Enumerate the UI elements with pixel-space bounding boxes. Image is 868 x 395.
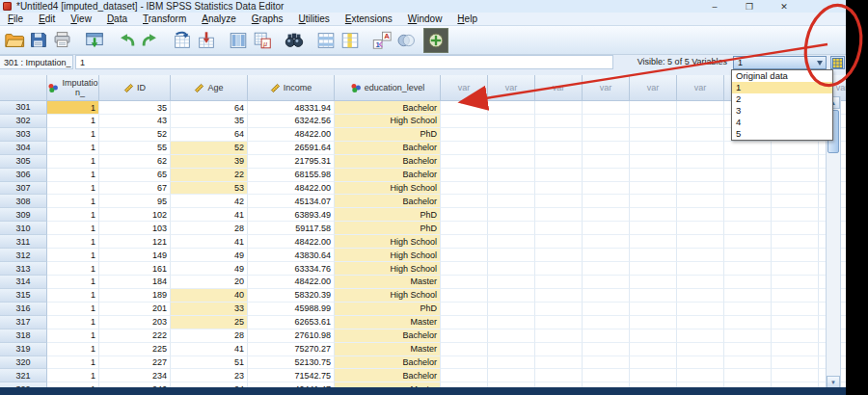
cell-income[interactable]: 45988.99 [248,303,335,316]
insert-variable-button[interactable] [338,28,362,52]
cell-age[interactable]: 41 [171,235,248,249]
row-header-303[interactable]: 303 [0,128,47,142]
save-button[interactable] [26,28,50,52]
row-header-315[interactable]: 315 [0,289,47,303]
cell-id[interactable]: 52 [99,128,171,142]
variables-button[interactable] [226,28,250,52]
cell-var-empty[interactable] [535,115,583,128]
menu-help[interactable]: Help [449,13,485,24]
grid-corner-cell[interactable] [0,75,47,101]
cell-age[interactable]: 23 [171,369,248,382]
cell-age[interactable]: 28 [171,222,248,235]
cell-imputation[interactable]: 1 [47,235,99,249]
cell-imputation[interactable]: 1 [47,356,99,370]
cell-income[interactable]: 45134.07 [248,195,335,208]
cell-imputation[interactable]: 1 [47,329,99,343]
row-header-314[interactable]: 314 [0,276,47,289]
cell-age[interactable]: 39 [171,155,248,169]
cell-id[interactable]: 149 [99,249,171,262]
column-header-var[interactable]: var [441,75,488,101]
row-header-320[interactable]: 320 [0,356,47,370]
menu-view[interactable]: View [63,13,99,24]
cell-var-empty[interactable] [441,289,488,303]
cell-age[interactable]: 22 [171,169,248,182]
cell-var-empty[interactable] [583,115,630,128]
imputation-option-2[interactable]: 2 [732,93,832,105]
cell-id[interactable]: 121 [99,235,171,249]
menu-file[interactable]: File [0,13,31,24]
cell-age[interactable]: 49 [171,249,248,262]
cell-id[interactable]: 102 [99,208,171,222]
undo-button[interactable] [114,28,138,52]
cell-education[interactable]: High School [335,235,441,249]
cell-var-empty[interactable] [441,208,488,222]
cell-var-empty[interactable] [441,249,488,262]
cell-education[interactable]: Bachelor [335,155,441,169]
cell-income[interactable]: 58320.39 [248,289,335,303]
cell-var-empty[interactable] [488,169,535,182]
cell-var-empty[interactable] [630,235,677,249]
column-header-age[interactable]: Age [171,75,248,101]
cell-var-empty[interactable] [583,142,630,155]
cell-var-empty[interactable] [677,249,724,262]
cell-imputation[interactable]: 1 [47,276,99,289]
cell-education[interactable]: High School [335,182,441,196]
cell-var-empty[interactable] [583,101,630,115]
cell-var-empty[interactable] [441,222,488,235]
minimize-button[interactable]: – [709,2,720,12]
cell-var-empty[interactable] [583,343,630,356]
cell-var-empty[interactable] [724,316,772,329]
cell-age[interactable]: 52 [171,142,248,155]
cell-var-empty[interactable] [724,329,772,343]
cell-var-empty[interactable] [772,208,819,222]
cell-var-empty[interactable] [488,115,535,128]
cell-age[interactable]: 64 [171,128,248,142]
cell-var-empty[interactable] [724,303,772,316]
cell-education[interactable]: Bachelor [335,329,441,343]
cell-imputation[interactable]: 1 [47,155,99,169]
cell-var-empty[interactable] [677,356,724,370]
cell-education[interactable]: PhD [335,303,441,316]
cell-income[interactable]: 63893.49 [248,208,335,222]
cell-id[interactable]: 184 [99,276,171,289]
cell-imputation[interactable]: 1 [47,303,99,316]
cell-id[interactable]: 222 [99,329,171,343]
cell-education[interactable]: Master [335,316,441,329]
cell-var-empty[interactable] [677,303,724,316]
cell-var-empty[interactable] [535,142,583,155]
cell-var-empty[interactable] [677,289,724,303]
column-header-var[interactable]: var [488,75,535,101]
cell-var-empty[interactable] [677,262,724,276]
cell-var-empty[interactable] [583,369,630,382]
cell-var-empty[interactable] [488,128,535,142]
cell-id[interactable]: 225 [99,343,171,356]
cell-imputation[interactable]: 1 [47,208,99,222]
cell-var-empty[interactable] [535,356,583,370]
cell-var-empty[interactable] [488,235,535,249]
cell-var-empty[interactable] [441,195,488,208]
cell-var-empty[interactable] [488,182,535,196]
cell-var-empty[interactable] [677,115,724,128]
cell-id[interactable]: 234 [99,369,171,382]
cell-var-empty[interactable] [441,329,488,343]
cell-var-empty[interactable] [677,195,724,208]
cell-var-empty[interactable] [441,343,488,356]
cell-var-empty[interactable] [630,276,677,289]
column-header-var[interactable]: var [630,75,677,101]
cell-age[interactable]: 33 [171,303,248,316]
cell-var-empty[interactable] [583,329,630,343]
cell-var-empty[interactable] [583,222,630,235]
cell-imputation[interactable]: 1 [47,262,99,276]
cell-var-empty[interactable] [441,316,488,329]
cell-var-empty[interactable] [630,142,677,155]
cell-income[interactable]: 48331.94 [248,101,335,115]
cell-education[interactable]: PhD [335,222,441,235]
cell-age[interactable]: 64 [171,101,248,115]
cell-imputation[interactable]: 1 [47,195,99,208]
cell-var-empty[interactable] [772,142,819,155]
cell-var-empty[interactable] [583,235,630,249]
cell-var-empty[interactable] [488,303,535,316]
cell-var-empty[interactable] [441,262,488,276]
cell-var-empty[interactable] [630,303,677,316]
cell-var-empty[interactable] [583,356,630,370]
